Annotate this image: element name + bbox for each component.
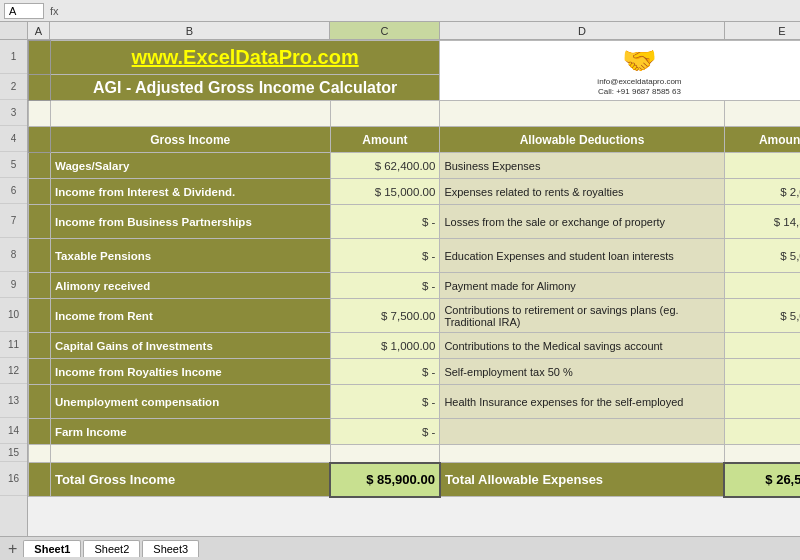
col-header-c[interactable]: C — [330, 22, 440, 39]
row-num-8: 8 — [0, 238, 27, 272]
data-table: www.ExcelDataPro.com 🤝 info@exceldatapro… — [28, 40, 800, 498]
deduction-amount-alimony[interactable]: $ - — [724, 273, 800, 299]
formula-icon: fx — [50, 5, 59, 17]
grid-area: 1 2 3 4 5 6 7 8 9 10 11 12 13 14 15 16 — [0, 40, 800, 536]
r14-e — [724, 419, 800, 445]
r10-a — [29, 299, 51, 333]
title-text: AGI - Adjusted Gross Income Calculator — [93, 79, 397, 96]
r16-a — [29, 463, 51, 497]
income-label-capital-gains: Capital Gains of Investments — [50, 333, 330, 359]
r3-a — [29, 101, 51, 127]
income-label-farm: Farm Income — [50, 419, 330, 445]
col-label-amount-2: Amount — [724, 127, 800, 153]
amount-unemployment[interactable]: $ - — [330, 385, 440, 419]
deduction-label-education: Education Expenses and student loan inte… — [440, 239, 724, 273]
add-sheet-button[interactable]: + — [4, 540, 21, 558]
r3-b — [50, 101, 330, 127]
formula-bar: A fx — [0, 0, 800, 22]
r4-a — [29, 127, 51, 153]
r11-a — [29, 333, 51, 359]
income-label-pensions: Taxable Pensions — [50, 239, 330, 273]
r3-d — [440, 101, 724, 127]
table-row-4: Gross Income Amount Allowable Deductions… — [29, 127, 801, 153]
row-num-1: 1 — [0, 40, 27, 74]
amount-interest[interactable]: $ 15,000.00 — [330, 179, 440, 205]
income-label-partnerships: Income from Business Partnerships — [50, 205, 330, 239]
deduction-label-alimony-payment: Payment made for Alimony — [440, 273, 724, 299]
r15-e — [724, 445, 800, 463]
logo-cell: 🤝 info@exceldatapro.com Call: +91 9687 8… — [440, 41, 800, 101]
website-link[interactable]: www.ExcelDataPro.com — [132, 46, 359, 68]
deduction-label-rents: Expenses related to rents & royalties — [440, 179, 724, 205]
amount-rent[interactable]: $ 7,500.00 — [330, 299, 440, 333]
deduction-amount-health-insurance[interactable]: $ - — [724, 385, 800, 419]
amount-farm[interactable]: $ - — [330, 419, 440, 445]
row-num-15: 15 — [0, 444, 27, 462]
r3-e — [724, 101, 800, 127]
sheet-tab-1[interactable]: Sheet1 — [23, 540, 81, 557]
amount-pensions[interactable]: $ - — [330, 239, 440, 273]
amount-alimony[interactable]: $ - — [330, 273, 440, 299]
col-label-amount-1: Amount — [330, 127, 440, 153]
logo-text-line2: Call: +91 9687 8585 63 — [598, 87, 681, 97]
deduction-amount-rents[interactable]: $ 2,000.00 — [724, 179, 800, 205]
income-label-interest: Income from Interest & Dividend. — [50, 179, 330, 205]
total-gross-amount: $ 85,900.00 — [330, 463, 440, 497]
row-num-16: 16 — [0, 462, 27, 496]
spreadsheet: www.ExcelDataPro.com 🤝 info@exceldatapro… — [28, 40, 800, 536]
table-row-11: Capital Gains of Investments $ 1,000.00 … — [29, 333, 801, 359]
row-num-7: 7 — [0, 204, 27, 238]
deduction-label-self-employment-tax: Self-employment tax 50 % — [440, 359, 724, 385]
row-num-6: 6 — [0, 178, 27, 204]
amount-wages[interactable]: $ 62,400.00 — [330, 153, 440, 179]
deduction-label-retirement: Contributions to retirement or savings p… — [440, 299, 724, 333]
logo-box: 🤝 info@exceldatapro.com Call: +91 9687 8… — [444, 44, 800, 98]
deduction-label-business: Business Expenses — [440, 153, 724, 179]
amount-capital-gains[interactable]: $ 1,000.00 — [330, 333, 440, 359]
deduction-label-losses: Losses from the sale or exchange of prop… — [440, 205, 724, 239]
amount-royalties[interactable]: $ - — [330, 359, 440, 385]
deduction-amount-losses[interactable]: $ 14,500.00 — [724, 205, 800, 239]
table-row-8: Taxable Pensions $ - Education Expenses … — [29, 239, 801, 273]
row-num-11: 11 — [0, 332, 27, 358]
table-row-7: Income from Business Partnerships $ - Lo… — [29, 205, 801, 239]
table-row-5: Wages/Salary $ 62,400.00 Business Expens… — [29, 153, 801, 179]
deduction-amount-self-employment[interactable]: $ - — [724, 359, 800, 385]
logo-icon: 🤝 — [622, 44, 657, 77]
deduction-amount-retirement[interactable]: $ 5,000.00 — [724, 299, 800, 333]
sheet-tab-3[interactable]: Sheet3 — [142, 540, 199, 557]
amount-partnerships[interactable]: $ - — [330, 205, 440, 239]
col-header-a[interactable]: A — [28, 22, 50, 39]
title-cell: AGI - Adjusted Gross Income Calculator — [50, 75, 439, 101]
col-label-allowable-deductions: Allowable Deductions — [440, 127, 724, 153]
row-num-4: 4 — [0, 126, 27, 152]
row-num-14: 14 — [0, 418, 27, 444]
table-row-6: Income from Interest & Dividend. $ 15,00… — [29, 179, 801, 205]
col-label-gross-income: Gross Income — [50, 127, 330, 153]
deduction-amount-business[interactable]: $ - — [724, 153, 800, 179]
col-header-d[interactable]: D — [440, 22, 725, 39]
logo-text-line1: info@exceldatapro.com — [597, 77, 681, 87]
corner-header — [0, 22, 28, 39]
col-header-e[interactable]: E — [725, 22, 800, 39]
table-row-14: Farm Income $ - — [29, 419, 801, 445]
sheet-tabs-bar: + Sheet1 Sheet2 Sheet3 — [0, 536, 800, 560]
total-gross-label: Total Gross Income — [50, 463, 330, 497]
row-numbers: 1 2 3 4 5 6 7 8 9 10 11 12 13 14 15 16 — [0, 40, 28, 536]
r2-a — [29, 75, 51, 101]
sheet-tab-2[interactable]: Sheet2 — [83, 540, 140, 557]
r14-d — [440, 419, 724, 445]
table-row-15 — [29, 445, 801, 463]
row-num-13: 13 — [0, 384, 27, 418]
table-row-3 — [29, 101, 801, 127]
col-header-b[interactable]: B — [50, 22, 330, 39]
deduction-amount-education[interactable]: $ 5,000.00 — [724, 239, 800, 273]
r7-a — [29, 205, 51, 239]
website-cell: www.ExcelDataPro.com — [50, 41, 439, 75]
income-label-alimony: Alimony received — [50, 273, 330, 299]
r15-a — [29, 445, 51, 463]
table-row-13: Unemployment compensation $ - Health Ins… — [29, 385, 801, 419]
table-row-16: Total Gross Income $ 85,900.00 Total All… — [29, 463, 801, 497]
deduction-amount-medical-savings[interactable]: $ - — [724, 333, 800, 359]
cell-reference[interactable]: A — [4, 3, 44, 19]
